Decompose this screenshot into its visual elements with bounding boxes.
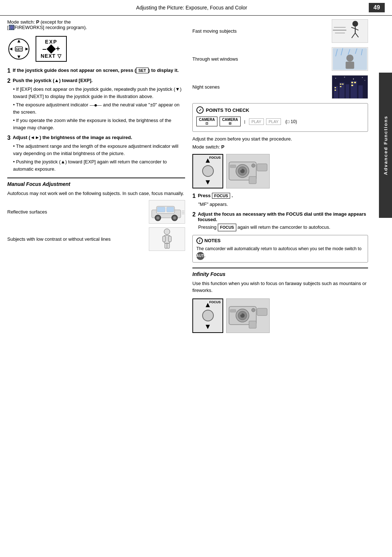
- svg-rect-74: [257, 308, 267, 316]
- svg-rect-75: [249, 321, 256, 328]
- subject-night-scenes: Night scenes: [192, 75, 368, 99]
- svg-point-67: [252, 164, 255, 167]
- svg-rect-43: [339, 82, 345, 98]
- mode-switch-p: Mode switch: P: [192, 144, 368, 150]
- night-scenes-image: [332, 75, 368, 99]
- joystick-diagram: SET: [7, 37, 30, 61]
- svg-rect-44: [346, 84, 349, 98]
- camcorder-image: [226, 154, 270, 188]
- zoom-text: Adjust the zoom before you start the pro…: [192, 135, 368, 143]
- svg-rect-50: [342, 84, 343, 85]
- camcorder-svg: [227, 155, 269, 187]
- svg-rect-49: [340, 84, 342, 85]
- subject-reflective: Reflective surfaces: [7, 200, 185, 224]
- camera-buttons-row: CAMERA ⊡ CAMERA ⊟ | PLAY PLAY (□ 10): [196, 117, 364, 126]
- svg-rect-53: [354, 82, 356, 83]
- low-contrast-image: [149, 227, 185, 251]
- info-icon: i: [196, 237, 203, 244]
- svg-line-27: [355, 29, 359, 30]
- points-header: ✓ POINTS TO CHECK: [196, 106, 364, 114]
- svg-marker-2: [17, 56, 20, 58]
- exp-diagram: SET EXP – + NEXT ▽: [7, 36, 185, 62]
- infinity-text: Use this function when you wish to focus…: [192, 280, 368, 294]
- svg-point-39: [346, 54, 354, 62]
- svg-rect-14: [167, 207, 174, 212]
- focus-panel: FOCUS ▲ ▼: [192, 154, 270, 188]
- svg-point-24: [352, 21, 358, 27]
- focus-dial-2: [202, 310, 214, 321]
- notes-header: i NOTES: [196, 237, 364, 244]
- infinity-title: Infinity Focus: [192, 271, 368, 277]
- right-step-2: 2 Adjust the focus as necessary with the…: [192, 211, 368, 231]
- manual-focus-title: Manual Focus Adjustment: [7, 181, 185, 187]
- svg-point-58: [362, 77, 363, 78]
- focus-dial: [202, 165, 214, 177]
- focus-key-1: FOCUS: [212, 193, 230, 199]
- svg-marker-4: [25, 48, 28, 50]
- car-svg: [150, 201, 184, 223]
- svg-rect-20: [163, 236, 166, 242]
- p-label: P: [36, 19, 39, 25]
- right-column: Fast moving subjects Thro: [192, 19, 385, 337]
- focus-arrows-panel-2: FOCUS ▲ ▼: [192, 298, 223, 333]
- manual-focus-text: Autofocus may not work well on the follo…: [7, 190, 185, 197]
- points-to-check-box: ✓ POINTS TO CHECK CAMERA ⊡ CAMERA ⊟ | PL…: [192, 103, 368, 132]
- svg-point-10: [156, 216, 159, 219]
- svg-line-29: [355, 33, 359, 37]
- exp-controls: – +: [41, 45, 62, 53]
- svg-rect-47: [335, 87, 336, 88]
- mode-switch-section: Mode switch: P (except for the [🎆FIREWOR…: [7, 19, 185, 30]
- manual-focus-divider: [7, 178, 185, 178]
- mode-switch-text: Mode switch: P (except for the [🎆FIREWOR…: [7, 19, 87, 30]
- fast-moving-svg: [332, 19, 368, 43]
- svg-rect-68: [230, 165, 236, 168]
- svg-marker-3: [9, 48, 12, 50]
- auto-badge: AUTO: [196, 252, 204, 260]
- subject-wet-windows: Through wet windows: [192, 47, 368, 71]
- play-btn-2: PLAY: [266, 118, 281, 125]
- svg-point-57: [353, 78, 354, 79]
- focus-diagram: FOCUS ▲ ▼: [192, 154, 368, 188]
- svg-point-18: [164, 229, 170, 235]
- play-btn-1: PLAY: [249, 118, 264, 125]
- sidebar-label: Advanced Functions: [379, 73, 392, 218]
- joystick-svg: SET: [7, 37, 30, 61]
- left-column: Mode switch: P (except for the [🎆FIREWOR…: [7, 19, 185, 337]
- infinity-divider: [192, 268, 368, 268]
- right-step-1: 1 Press FOCUS . "MF" appears.: [192, 193, 368, 208]
- svg-rect-46: [359, 85, 363, 98]
- page-number: 49: [369, 3, 385, 12]
- subject-fast-moving: Fast moving subjects: [192, 19, 368, 43]
- svg-point-55: [335, 78, 336, 79]
- svg-line-26: [351, 27, 355, 29]
- page-header: Adjusting the Picture: Exposure, Focus a…: [0, 0, 392, 16]
- notes-box: i NOTES The camcorder will automatically…: [192, 235, 368, 263]
- step-2: 2 Push the joystick (▲) toward [EXP]. If…: [7, 78, 185, 131]
- svg-rect-42: [334, 86, 338, 98]
- svg-point-73: [240, 313, 242, 315]
- svg-point-76: [252, 308, 255, 312]
- svg-point-59: [364, 80, 365, 81]
- svg-point-56: [344, 77, 345, 78]
- wet-windows-image: [332, 47, 368, 71]
- focus-arrows-panel: FOCUS ▲ ▼: [192, 154, 223, 188]
- checkmark-icon: ✓: [196, 106, 204, 114]
- notes-text: The camcorder will automatically return …: [196, 245, 364, 260]
- page-ref: (□ 10): [285, 119, 297, 124]
- step-3: 3 Adjust (◄►) the brightness of the imag…: [7, 135, 185, 172]
- svg-point-12: [173, 216, 176, 219]
- focus-diagram-2: FOCUS ▲ ▼: [192, 298, 368, 333]
- main-content: Mode switch: P (except for the [🎆FIREWOR…: [0, 19, 392, 337]
- subject-low-contrast: Subjects with low contrast or without ve…: [7, 227, 185, 251]
- person-svg: [159, 228, 175, 250]
- svg-rect-77: [230, 309, 236, 312]
- svg-point-64: [240, 169, 242, 170]
- fast-moving-image: [332, 19, 368, 43]
- svg-rect-40: [346, 62, 354, 69]
- camcorder-image-2: [226, 298, 270, 333]
- wet-window-svg: [332, 47, 368, 71]
- camera-btn-2: CAMERA ⊟: [220, 117, 241, 126]
- header-title: Adjusting the Picture: Exposure, Focus a…: [15, 5, 369, 11]
- camera-btn-1: CAMERA ⊡: [196, 117, 217, 126]
- svg-marker-1: [17, 40, 20, 42]
